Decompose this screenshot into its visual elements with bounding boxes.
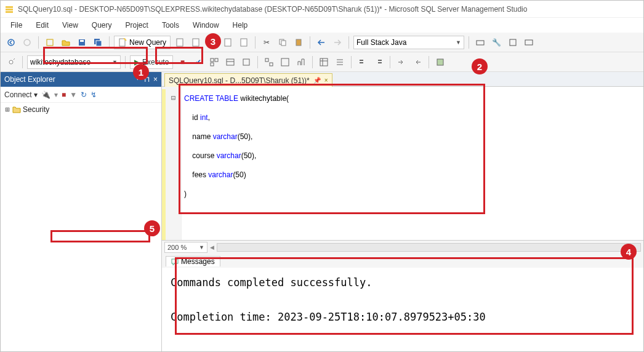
live-stats-button[interactable]	[278, 55, 292, 69]
svg-rect-12	[193, 39, 199, 46]
outdent-button[interactable]	[411, 55, 424, 69]
script-button-2[interactable]	[189, 36, 203, 49]
query-options-button[interactable]	[223, 55, 237, 69]
svg-rect-18	[296, 39, 301, 46]
connect-button[interactable]: Connect ▾	[4, 90, 38, 99]
zoom-bar: 200 % ▼ ◀	[162, 241, 643, 254]
save-all-button[interactable]	[91, 36, 105, 49]
menu-help[interactable]: Help	[227, 20, 254, 31]
fold-icon	[12, 106, 22, 113]
toolbar-query: wikitechydatabase ▼ ▶ Execute ■ ✔	[1, 52, 643, 72]
save-button[interactable]	[75, 36, 89, 49]
object-explorer-tree[interactable]: ⊞Security	[1, 103, 161, 351]
close-icon[interactable]: ×	[324, 77, 328, 84]
menu-view[interactable]: View	[56, 20, 84, 31]
svg-rect-21	[525, 40, 533, 45]
paste-button[interactable]	[292, 36, 305, 49]
horizontal-scrollbar[interactable]	[217, 243, 641, 252]
svg-rect-29	[265, 58, 268, 62]
oe-refresh-icon[interactable]: ↻	[81, 90, 87, 99]
menu-window[interactable]: Window	[187, 20, 225, 31]
zoom-value: 200 %	[167, 244, 196, 251]
change-connection-button[interactable]	[4, 55, 18, 69]
tool-extra-2[interactable]: 🔧	[489, 36, 504, 49]
pin-icon[interactable]: 📌	[313, 77, 321, 84]
specify-values-button[interactable]	[433, 55, 447, 69]
new-project-button[interactable]	[43, 36, 57, 49]
separator	[109, 36, 110, 49]
svg-rect-43	[172, 259, 178, 263]
script-button-3[interactable]	[205, 36, 219, 49]
tool-extra-3[interactable]	[506, 36, 520, 49]
database-combo[interactable]: wikitechydatabase ▼	[27, 55, 121, 69]
pin-icon[interactable]: ⊓	[144, 75, 150, 84]
copy-button[interactable]	[276, 36, 289, 49]
play-icon: ▶	[134, 58, 140, 66]
redo-button[interactable]	[331, 36, 344, 49]
messages-output[interactable]: Commands completed successfully. Complet…	[162, 268, 643, 351]
object-explorer-header: Object Explorer ▼ ⊓ ×	[1, 72, 161, 87]
uncomment-button[interactable]	[372, 55, 385, 69]
svg-point-22	[9, 60, 13, 64]
oe-filter2-icon[interactable]: ▾	[54, 90, 58, 99]
menu-query[interactable]: Query	[86, 20, 118, 31]
stop-button[interactable]: ■	[175, 55, 189, 69]
script-button-1[interactable]	[173, 36, 187, 49]
undo-button[interactable]	[315, 36, 328, 49]
parse-button[interactable]: ✔	[191, 55, 205, 69]
svg-rect-26	[227, 59, 234, 65]
execute-button[interactable]: ▶ Execute	[130, 55, 173, 69]
chevron-down-icon: ▼	[112, 59, 118, 65]
close-icon[interactable]: ×	[153, 75, 158, 84]
tool-extra-4[interactable]	[522, 36, 536, 49]
oe-sync-icon[interactable]: ↯	[91, 90, 97, 99]
chevron-down-icon: ▼	[456, 39, 461, 46]
svg-rect-9	[96, 41, 102, 46]
svg-rect-0	[6, 6, 13, 8]
sql-editor[interactable]: ⊟ CREATE TABLE wikitechytable( id int, n…	[162, 87, 643, 241]
menu-project[interactable]: Project	[119, 20, 155, 31]
svg-rect-24	[215, 58, 218, 62]
actual-plan-button[interactable]	[262, 55, 276, 69]
results-grid-button[interactable]	[317, 55, 331, 69]
script-button-4[interactable]	[221, 36, 235, 49]
new-query-button[interactable]: New Query	[114, 36, 171, 49]
comment-button[interactable]	[356, 55, 369, 69]
messages-icon	[171, 258, 179, 265]
editor-tabstrip: SQLQuery10.sql - D...5D09T\Sharuk (51))*…	[162, 72, 643, 87]
oe-filter3-icon[interactable]: ▼	[70, 90, 77, 99]
oe-filter-icon[interactable]: 🔌	[41, 90, 50, 99]
script-button-5[interactable]	[237, 36, 251, 49]
indent-button[interactable]	[395, 55, 408, 69]
zoom-combo[interactable]: 200 % ▼	[164, 242, 207, 253]
results-text-button[interactable]	[333, 55, 347, 69]
tool-extra-1[interactable]	[473, 36, 487, 49]
scroll-left-icon[interactable]: ◀	[210, 244, 214, 250]
editor-tab[interactable]: SQLQuery10.sql - D...5D09T\Sharuk (51))*…	[164, 73, 332, 87]
fold-toggle[interactable]: ⊟	[171, 89, 175, 106]
intellisense-button[interactable]	[239, 55, 253, 69]
nav-back-button[interactable]	[4, 36, 18, 49]
messages-tab[interactable]: Messages	[166, 256, 220, 266]
client-stats-button[interactable]	[294, 55, 308, 69]
tree-node[interactable]: ⊞Security	[4, 104, 161, 114]
menu-edit[interactable]: Edit	[30, 20, 55, 31]
sql-code[interactable]: CREATE TABLE wikitechytable( id int, nam…	[182, 87, 643, 240]
svg-rect-15	[241, 39, 247, 46]
menubar: FileEditViewQueryProjectToolsWindowHelp	[1, 18, 643, 33]
database-combo-value: wikitechydatabase	[30, 58, 110, 66]
dropdown-icon[interactable]: ▼	[135, 75, 140, 84]
open-button[interactable]	[59, 36, 73, 49]
new-query-label: New Query	[129, 38, 166, 47]
ssms-icon	[4, 4, 14, 14]
svg-rect-1	[6, 9, 13, 10]
estimated-plan-button[interactable]	[207, 55, 221, 69]
expand-icon[interactable]: ⊞	[4, 105, 10, 114]
separator	[255, 36, 256, 49]
oe-stop-icon[interactable]: ■	[62, 90, 66, 99]
nav-forward-button[interactable]	[20, 36, 34, 49]
menu-file[interactable]: File	[4, 20, 28, 31]
menu-tools[interactable]: Tools	[156, 20, 185, 31]
cut-button[interactable]: ✂	[260, 36, 273, 49]
launch-profile-combo[interactable]: Full Stack Java ▼	[353, 36, 464, 49]
